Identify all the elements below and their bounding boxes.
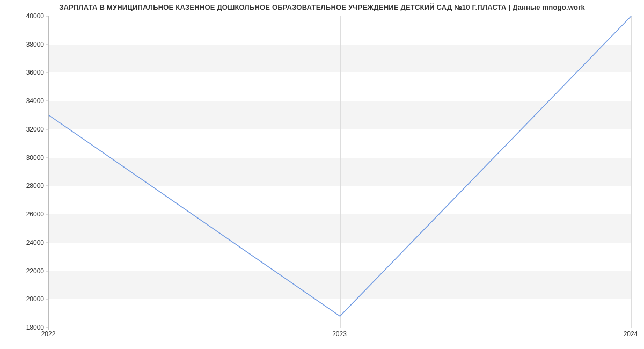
y-tick-label: 28000 xyxy=(1,182,44,190)
y-tick-mark xyxy=(46,271,48,271)
chart-container: ЗАРПЛАТА В МУНИЦИПАЛЬНОЕ КАЗЕННОЕ ДОШКОЛ… xyxy=(0,0,644,349)
y-tick-mark xyxy=(46,157,48,158)
y-tick-mark xyxy=(46,299,48,300)
x-tick-mark xyxy=(340,328,340,330)
y-tick-label: 36000 xyxy=(1,69,44,76)
y-tick-label: 26000 xyxy=(1,210,44,218)
plot-area xyxy=(48,16,631,328)
line-layer xyxy=(49,16,631,328)
x-tick-label: 2024 xyxy=(624,330,638,338)
y-tick-label: 38000 xyxy=(1,41,44,48)
y-tick-label: 40000 xyxy=(1,12,44,20)
y-tick-mark xyxy=(46,44,48,45)
x-tick-label: 2022 xyxy=(41,330,56,338)
y-tick-label: 18000 xyxy=(1,324,44,331)
y-tick-label: 24000 xyxy=(1,239,44,246)
x-tick-mark xyxy=(631,328,631,330)
x-gridline xyxy=(631,16,632,328)
y-tick-mark xyxy=(46,16,48,17)
x-tick-mark xyxy=(48,328,49,330)
y-tick-mark xyxy=(46,129,48,129)
y-tick-mark xyxy=(46,101,48,101)
data-line xyxy=(49,16,631,316)
y-tick-label: 32000 xyxy=(1,126,44,133)
x-tick-label: 2023 xyxy=(332,330,347,338)
chart-title: ЗАРПЛАТА В МУНИЦИПАЛЬНОЕ КАЗЕННОЕ ДОШКОЛ… xyxy=(0,3,644,11)
y-tick-label: 22000 xyxy=(1,267,44,275)
y-tick-label: 20000 xyxy=(1,295,44,303)
y-tick-mark xyxy=(46,72,48,73)
y-tick-mark xyxy=(46,242,48,243)
y-tick-mark xyxy=(46,214,48,215)
y-tick-label: 34000 xyxy=(1,97,44,105)
y-tick-label: 30000 xyxy=(1,154,44,162)
y-tick-mark xyxy=(46,186,48,186)
